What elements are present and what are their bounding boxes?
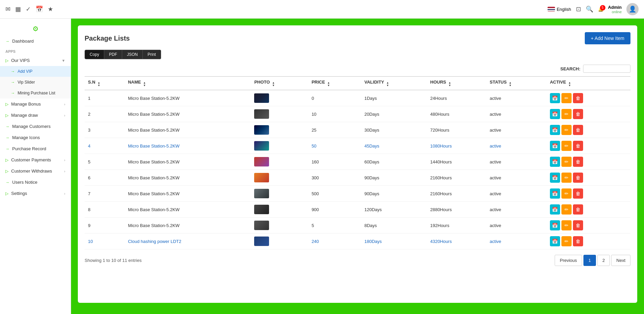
print-button[interactable]: Print [143,50,161,59]
edit-button[interactable]: ✏ [561,93,572,103]
search-input[interactable] [583,65,630,73]
delete-button[interactable]: 🗑 [573,220,583,230]
cell-sn: 1 [85,90,125,106]
language-selector[interactable]: English [548,7,571,12]
avatar[interactable]: 👤 [626,3,639,15]
edit-button[interactable]: ✏ [561,157,572,167]
delete-button[interactable]: 🗑 [573,204,583,215]
calendar-button[interactable]: 📅 [550,109,560,119]
sidebar-item-add-vip[interactable]: → Add VIP [0,66,71,77]
screen-icon[interactable]: ⊡ [576,5,581,13]
add-new-item-button[interactable]: + Add New Item [585,32,630,44]
col-status[interactable]: STATUS ▲▼ [486,76,547,90]
edit-button[interactable]: ✏ [561,125,572,135]
cell-photo [251,122,308,138]
cell-sn: 6 [85,170,125,186]
layout-icon[interactable]: ▦ [15,5,21,13]
previous-button[interactable]: Previous [555,255,582,266]
cell-name: Micro Base Station-5.2KW [125,170,251,186]
sidebar-item-purchase-record[interactable]: → Purchase Record [0,143,71,154]
page-1-button[interactable]: 1 [583,255,596,266]
sidebar-item-label: Users Notice [12,180,65,185]
calendar-button[interactable]: 📅 [550,204,560,215]
calendar-button[interactable]: 📅 [550,173,560,183]
calendar-button[interactable]: 📅 [550,220,560,230]
cell-sn: 10 [85,233,125,249]
table-row: 1 Micro Base Station-5.2KW 0 1Days 24Hou… [85,90,630,106]
cell-sn: 2 [85,106,125,122]
star-icon[interactable]: ★ [48,5,53,13]
col-validity[interactable]: VALIDITY ▲▼ [361,76,427,90]
col-sn[interactable]: S.N ▲▼ [85,76,125,90]
delete-button[interactable]: 🗑 [573,109,583,119]
envelope-icon[interactable]: ✉ [5,5,10,13]
notification-bell[interactable]: 🔔 5 [598,7,603,12]
col-price[interactable]: PRICE ▲▼ [308,76,361,90]
sidebar-item-manage-draw[interactable]: ▷ Manage draw › [0,110,71,121]
sidebar-item-our-vips[interactable]: ▷ Our VIPS ▼ [0,55,71,66]
delete-button[interactable]: 🗑 [573,173,583,183]
cell-active: 📅 ✏ 🗑 [547,202,630,218]
cell-validity: 90Days [361,186,427,202]
calendar-button[interactable]: 📅 [550,93,560,103]
copy-button[interactable]: Copy [85,50,104,59]
cell-name: Micro Base Station-5.2KW [125,90,251,106]
cell-hours: 2160Hours [427,186,486,202]
sidebar-item-vip-slider[interactable]: → Vip Slider [0,77,71,88]
bonus-chevron-icon: › [64,102,65,106]
delete-button[interactable]: 🗑 [573,157,583,167]
cell-sn: 3 [85,122,125,138]
calendar-button[interactable]: 📅 [550,141,560,151]
delete-button[interactable]: 🗑 [573,188,583,199]
next-button[interactable]: Next [611,255,630,266]
delete-button[interactable]: 🗑 [573,141,583,151]
edit-button[interactable]: ✏ [561,141,572,151]
sidebar-item-manage-customers[interactable]: → Manage Customers [0,121,71,132]
col-hours[interactable]: HOURS ▲▼ [427,76,486,90]
sidebar-item-customer-payments[interactable]: ▷ Customer Payments › [0,154,71,165]
photo-thumbnail [254,237,269,246]
sidebar-item-dashboard[interactable]: → Dashboard [0,36,71,47]
col-active[interactable]: ACTIVE ▲▼ [547,76,630,90]
mining-arrow-icon: → [11,91,15,95]
sidebar-item-mining-purchase-list[interactable]: → Mining Purchase List [0,88,71,98]
main-layout: ⚙ → Dashboard APPS ▷ Our VIPS ▼ → Add VI… [0,19,644,314]
cell-hours: 1440Hours [427,154,486,170]
sidebar-item-settings[interactable]: ▷ Settings › [0,188,71,199]
cell-validity: 60Days [361,154,427,170]
sidebar-item-customer-withdraws[interactable]: ▷ Customer Withdraws › [0,165,71,177]
edit-button[interactable]: ✏ [561,188,572,199]
pdf-button[interactable]: PDF [104,50,122,59]
calendar-icon[interactable]: 📅 [36,5,43,13]
edit-button[interactable]: ✏ [561,236,572,246]
delete-button[interactable]: 🗑 [573,125,583,135]
edit-button[interactable]: ✏ [561,204,572,215]
calendar-button[interactable]: 📅 [550,236,560,246]
col-photo[interactable]: PHOTO ▲▼ [251,76,308,90]
page-2-button[interactable]: 2 [597,255,610,266]
calendar-button[interactable]: 📅 [550,157,560,167]
pagination-row: Showing 1 to 10 of 11 entries Previous 1… [85,255,630,266]
sidebar-item-manage-bonus[interactable]: ▷ Manage Bonus › [0,98,71,110]
cell-price: 240 [308,233,361,249]
search-icon[interactable]: 🔍 [586,5,593,13]
cell-status: active [486,233,547,249]
edit-button[interactable]: ✏ [561,109,572,119]
cell-name: Micro Base Station-5.2KW [125,106,251,122]
chevron-down-icon: ▼ [62,59,65,63]
check-icon[interactable]: ✓ [26,5,31,13]
icons-arrow-icon: → [5,135,9,140]
calendar-button[interactable]: 📅 [550,188,560,199]
sidebar-item-manage-icons[interactable]: → Manage Icons [0,132,71,143]
delete-button[interactable]: 🗑 [573,93,583,103]
col-name[interactable]: NAME ▲▼ [125,76,251,90]
calendar-button[interactable]: 📅 [550,125,560,135]
notice-arrow-icon: → [5,180,9,185]
json-button[interactable]: JSON [122,50,143,59]
cell-hours: 720Hours [427,122,486,138]
delete-button[interactable]: 🗑 [573,236,583,246]
edit-button[interactable]: ✏ [561,173,572,183]
photo-thumbnail [254,173,269,182]
edit-button[interactable]: ✏ [561,220,572,230]
sidebar-item-users-notice[interactable]: → Users Notice [0,177,71,188]
